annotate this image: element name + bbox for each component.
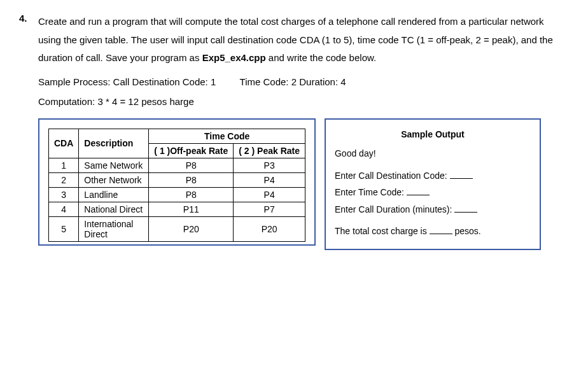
output-result-suffix: pesos. (455, 226, 481, 236)
offpeak-cell: P8 (149, 187, 234, 202)
table-row: 3 Landline P8 P4 (49, 187, 305, 202)
output-label-3: Enter Call Duration (minutes): (335, 204, 452, 214)
output-result-prefix: The total cost charge is (335, 226, 427, 236)
blank-2 (407, 188, 430, 196)
computation-line: Computation: 3 * 4 = 12 pesos harge (38, 96, 555, 107)
question-text: Create and run a program that will compu… (38, 13, 555, 67)
peak-cell: P20 (234, 216, 305, 241)
cda-cell: 5 (49, 216, 79, 241)
spacer (335, 218, 531, 223)
header-cda: CDA (49, 129, 79, 158)
question-block: 4. Create and run a program that will co… (19, 13, 555, 250)
question-body: Create and run a program that will compu… (38, 13, 555, 250)
offpeak-cell: P8 (149, 158, 234, 172)
cda-cell: 3 (49, 187, 79, 202)
blank-3 (454, 204, 477, 213)
peak-cell: P3 (234, 158, 305, 172)
table-row: 1 Same Network P8 P3 (49, 158, 305, 172)
filename: Exp5_ex4.cpp (202, 52, 266, 63)
blank-result (430, 227, 452, 235)
sample-process-label: Sample Process: Call Destination Code: 1 (38, 76, 216, 87)
spacer (335, 162, 531, 167)
cda-cell: 1 (49, 158, 79, 172)
sample-output-title: Sample Output (335, 126, 531, 143)
desc-cell: Landline (79, 187, 149, 202)
desc-cell: Same Network (79, 158, 149, 172)
offpeak-cell: P20 (149, 216, 234, 241)
sample-output-box: Sample Output Good day! Enter Call Desti… (325, 118, 541, 251)
rate-table: CDA Description Time Code ( 1 )Off-peak … (48, 129, 305, 242)
peak-cell: P4 (234, 187, 305, 202)
time-code-label: Time Code: 2 Duration: 4 (240, 76, 346, 87)
header-timecode: Time Code (149, 129, 305, 143)
table-row: 5 International Direct P20 P20 (49, 216, 305, 241)
header-description: Description (79, 129, 149, 158)
desc-cell: Other Network (79, 172, 149, 187)
question-number: 4. (19, 13, 31, 24)
output-result-line: The total cost charge is pesos. (335, 223, 531, 240)
cda-cell: 2 (49, 172, 79, 187)
header-peak: ( 2 ) Peak Rate (234, 143, 305, 158)
table-row: 2 Other Network P8 P4 (49, 172, 305, 187)
sample-process-line: Sample Process: Call Destination Code: 1… (38, 76, 555, 87)
header-offpeak: ( 1 )Off-peak Rate (149, 143, 234, 158)
peak-cell: P4 (234, 172, 305, 187)
output-greeting: Good day! (335, 145, 531, 162)
blank-1 (450, 171, 473, 179)
output-line-1: Enter Call Destination Code: (335, 167, 531, 185)
offpeak-cell: P8 (149, 172, 234, 187)
rate-table-wrapper: CDA Description Time Code ( 1 )Off-peak … (38, 118, 316, 246)
output-label-1: Enter Call Destination Code: (335, 171, 447, 181)
output-line-3: Enter Call Duration (minutes): (335, 201, 531, 218)
tables-row: CDA Description Time Code ( 1 )Off-peak … (38, 118, 555, 251)
output-label-2: Enter Time Code: (335, 187, 404, 197)
peak-cell: P7 (234, 202, 305, 216)
table-header-row-1: CDA Description Time Code (49, 129, 305, 143)
offpeak-cell: P11 (149, 202, 234, 216)
table-row: 4 National Direct P11 P7 (49, 202, 305, 216)
cda-cell: 4 (49, 202, 79, 216)
desc-cell: International Direct (79, 216, 149, 241)
question-text-part2: and write the code below. (266, 52, 376, 63)
desc-cell: National Direct (79, 202, 149, 216)
output-line-2: Enter Time Code: (335, 184, 531, 201)
